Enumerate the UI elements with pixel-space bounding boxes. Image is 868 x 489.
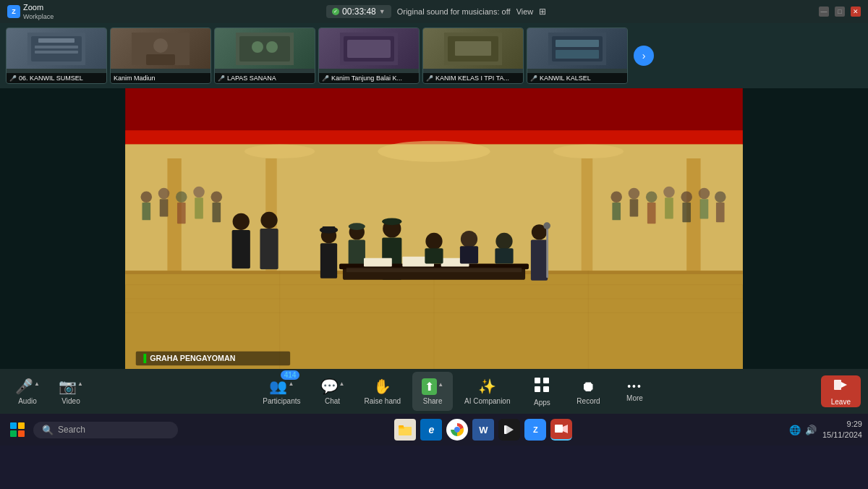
svg-rect-91 bbox=[495, 248, 513, 263]
share-icon: ⬆ bbox=[422, 378, 437, 395]
svg-rect-101 bbox=[535, 386, 540, 392]
svg-rect-83 bbox=[364, 258, 392, 267]
start-button[interactable] bbox=[6, 418, 29, 441]
leave-button[interactable]: Leave bbox=[821, 375, 861, 407]
svg-rect-55 bbox=[716, 203, 725, 222]
windows-logo bbox=[10, 422, 25, 437]
raise-hand-button[interactable]: ✋ Raise hand bbox=[359, 372, 407, 411]
taskbar: 🔍 Search e W bbox=[0, 414, 868, 446]
thumb-label-5: 🎤 KANIM KELAS I TPI TA... bbox=[423, 73, 523, 83]
svg-point-46 bbox=[646, 192, 658, 203]
toolbar: 🎤 ▲ Audio 📷 ▲ Video 👥 ▲ 414 bbox=[0, 369, 868, 414]
thumb-img-2 bbox=[111, 28, 210, 69]
minimize-button[interactable]: — bbox=[819, 7, 829, 17]
svg-rect-99 bbox=[535, 378, 540, 383]
thumbnail-4[interactable]: 🎤 Kanim Tanjung Balai K... bbox=[318, 27, 420, 84]
svg-rect-89 bbox=[460, 246, 478, 263]
svg-point-90 bbox=[495, 233, 512, 250]
audio-button[interactable]: 🎤 ▲ Audio bbox=[7, 372, 48, 411]
share-button[interactable]: ⬆ ▲ Share bbox=[412, 372, 453, 411]
svg-text:GRAHA PENGAYOMAN: GRAHA PENGAYOMAN bbox=[150, 354, 235, 362]
status-indicator bbox=[332, 8, 339, 15]
video-label: Video bbox=[61, 397, 80, 405]
ceremony-scene: ▐ GRAHA PENGAYOMAN bbox=[0, 88, 868, 369]
thumbnail-3[interactable]: 🎤 LAPAS SANANA bbox=[214, 27, 315, 84]
record-button[interactable]: ⏺ Record bbox=[568, 372, 608, 411]
thumbnail-2[interactable]: Kanim Madiun bbox=[110, 27, 211, 84]
taskbar-word-icon[interactable]: W bbox=[472, 419, 494, 441]
apps-button[interactable]: Apps bbox=[522, 372, 562, 411]
svg-rect-71 bbox=[320, 243, 337, 278]
svg-rect-20 bbox=[556, 40, 599, 47]
clock-time: 9:29 bbox=[822, 419, 862, 430]
svg-rect-53 bbox=[700, 199, 709, 218]
svg-rect-82 bbox=[346, 268, 522, 272]
record-icon: ⏺ bbox=[581, 378, 595, 395]
taskbar-zoom-active-icon[interactable] bbox=[550, 419, 572, 441]
svg-point-68 bbox=[260, 212, 277, 229]
svg-point-31 bbox=[378, 141, 490, 162]
thumbnails-scroll-btn[interactable]: › bbox=[634, 46, 654, 66]
svg-rect-67 bbox=[232, 230, 250, 268]
taskbar-capcut-icon[interactable] bbox=[498, 419, 520, 441]
search-icon: 🔍 bbox=[42, 425, 54, 435]
chat-label: Chat bbox=[325, 397, 340, 405]
svg-rect-57 bbox=[142, 203, 150, 220]
taskbar-edge-icon[interactable]: e bbox=[420, 419, 442, 441]
svg-rect-2 bbox=[38, 38, 75, 43]
grid-icon[interactable]: ⊞ bbox=[539, 7, 546, 17]
svg-rect-17 bbox=[455, 41, 491, 56]
audio-label: Audio bbox=[18, 397, 37, 405]
svg-rect-94 bbox=[546, 229, 548, 278]
svg-rect-63 bbox=[195, 197, 203, 218]
video-button[interactable]: 📷 ▲ Video bbox=[51, 372, 91, 411]
more-button[interactable]: ••• More bbox=[614, 372, 655, 411]
svg-rect-100 bbox=[543, 378, 549, 383]
svg-point-88 bbox=[461, 231, 477, 247]
leave-icon bbox=[833, 377, 848, 396]
system-icons: 🌐 🔊 bbox=[789, 425, 817, 435]
title-bar-right: — □ ✕ bbox=[819, 7, 861, 17]
thumbnail-1[interactable]: 🎤 06. KANWIL SUMSEL bbox=[6, 27, 107, 84]
taskbar-chrome-icon[interactable] bbox=[446, 419, 468, 441]
ai-companion-button[interactable]: ✨ AI Companion bbox=[459, 372, 516, 411]
thumb-img-4 bbox=[319, 28, 419, 69]
thumbnail-5[interactable]: 🎤 KANIM KELAS I TPI TA... bbox=[422, 27, 524, 84]
svg-point-79 bbox=[382, 218, 401, 225]
close-button[interactable]: ✕ bbox=[851, 7, 861, 17]
svg-point-50 bbox=[681, 192, 692, 203]
thumbnail-6[interactable]: 🎤 KANWIL KALSEL bbox=[527, 27, 628, 84]
taskbar-folders-icon[interactable] bbox=[394, 419, 416, 441]
apps-label: Apps bbox=[534, 399, 550, 407]
timer: 00:33:48 bbox=[342, 7, 376, 17]
thumb-img-1 bbox=[7, 28, 106, 69]
title-bar: Z Zoom Workplace 00:33:48 ▼ Original sou… bbox=[0, 0, 868, 23]
maximize-button[interactable]: □ bbox=[835, 7, 845, 17]
svg-rect-61 bbox=[177, 203, 186, 224]
svg-rect-102 bbox=[543, 386, 549, 392]
taskbar-zoom-icon[interactable]: Z bbox=[524, 419, 546, 441]
svg-marker-113 bbox=[563, 425, 568, 433]
thumb-label-2: Kanim Madiun bbox=[111, 73, 210, 83]
svg-point-56 bbox=[141, 192, 153, 203]
thumb-label-4: 🎤 Kanim Tanjung Balai K... bbox=[319, 73, 419, 83]
svg-point-76 bbox=[349, 223, 365, 230]
participants-button[interactable]: 👥 ▲ 414 Participants bbox=[257, 372, 306, 411]
title-status[interactable]: 00:33:48 ▼ bbox=[326, 5, 391, 18]
raise-hand-label: Raise hand bbox=[365, 397, 401, 405]
chat-button[interactable]: 💬 ▲ Chat bbox=[312, 372, 353, 411]
view-btn[interactable]: View bbox=[516, 7, 534, 16]
svg-point-10 bbox=[252, 41, 263, 53]
svg-rect-4 bbox=[35, 51, 78, 54]
ai-companion-icon: ✨ bbox=[478, 378, 496, 395]
svg-rect-45 bbox=[630, 199, 639, 216]
taskbar-search[interactable]: 🔍 Search bbox=[33, 422, 178, 438]
more-label: More bbox=[626, 394, 643, 402]
svg-rect-7 bbox=[146, 54, 175, 65]
title-bar-center: 00:33:48 ▼ Original sound for musicians:… bbox=[326, 5, 546, 18]
raise-hand-icon: ✋ bbox=[373, 378, 391, 395]
participants-badge: 414 bbox=[281, 370, 300, 380]
zoom-logo: Z Zoom Workplace bbox=[7, 3, 54, 20]
zoom-logo-text: Zoom Workplace bbox=[23, 3, 54, 20]
svg-rect-107 bbox=[399, 425, 404, 428]
